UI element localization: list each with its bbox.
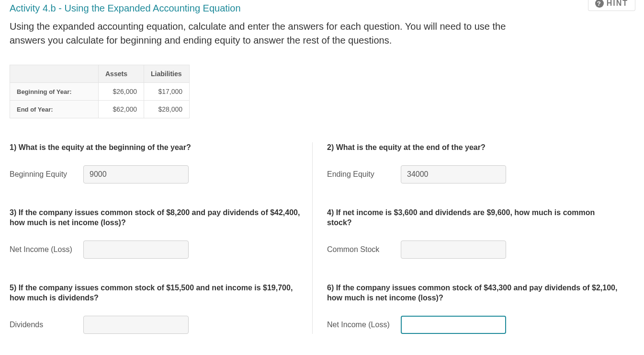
- answer-label: Dividends: [10, 321, 77, 329]
- table-row: Beginning of Year: $26,000 $17,000: [10, 83, 190, 101]
- answer-label: Ending Equity: [327, 170, 394, 179]
- question-text: 2) What is the equity at the end of the …: [327, 142, 620, 153]
- table-row: End of Year: $62,000 $28,000: [10, 101, 190, 118]
- table-header-liabilities: Liabilities: [144, 65, 190, 83]
- ending-equity-input[interactable]: [401, 165, 506, 183]
- question-5: 5) If the company issues common stock of…: [10, 283, 303, 334]
- net-income-loss-input-q3[interactable]: [83, 240, 189, 259]
- hint-button[interactable]: ? HINT: [588, 0, 635, 11]
- questions-container: 1) What is the equity at the beginning o…: [10, 142, 634, 334]
- question-4: 4) If net income is $3,600 and dividends…: [327, 207, 620, 259]
- left-column: 1) What is the equity at the beginning o…: [10, 142, 313, 334]
- question-6: 6) If the company issues common stock of…: [327, 283, 620, 334]
- question-text: 5) If the company issues common stock of…: [10, 283, 303, 303]
- question-text: 4) If net income is $3,600 and dividends…: [327, 207, 620, 228]
- table-header-assets: Assets: [99, 65, 144, 83]
- cell-assets: $62,000: [99, 101, 144, 118]
- common-stock-input[interactable]: [401, 240, 506, 259]
- net-income-loss-input-q6[interactable]: [401, 316, 506, 334]
- answer-label: Common Stock: [327, 245, 394, 254]
- answer-label: Net Income (Loss): [327, 321, 394, 329]
- question-text: 3) If the company issues common stock of…: [10, 207, 303, 228]
- cell-assets: $26,000: [99, 83, 144, 101]
- question-2: 2) What is the equity at the end of the …: [327, 142, 620, 183]
- question-1: 1) What is the equity at the beginning o…: [10, 142, 303, 183]
- answer-label: Net Income (Loss): [10, 245, 77, 254]
- data-table: Assets Liabilities Beginning of Year: $2…: [10, 65, 190, 118]
- right-column: 2) What is the equity at the end of the …: [313, 142, 634, 334]
- row-label: Beginning of Year:: [10, 83, 99, 101]
- instructions-text: Using the expanded accounting equation, …: [10, 20, 517, 47]
- dividends-input[interactable]: [83, 316, 189, 334]
- beginning-equity-input[interactable]: [83, 165, 189, 183]
- cell-liabilities: $28,000: [144, 101, 190, 118]
- question-icon: ?: [595, 0, 604, 8]
- answer-label: Beginning Equity: [10, 170, 77, 179]
- question-text: 1) What is the equity at the beginning o…: [10, 142, 303, 153]
- question-3: 3) If the company issues common stock of…: [10, 207, 303, 259]
- hint-label: HINT: [607, 0, 628, 8]
- question-text: 6) If the company issues common stock of…: [327, 283, 620, 303]
- table-header-blank: [10, 65, 99, 83]
- cell-liabilities: $17,000: [144, 83, 190, 101]
- row-label: End of Year:: [10, 101, 99, 118]
- activity-title: Activity 4.b - Using the Expanded Accoun…: [10, 3, 634, 14]
